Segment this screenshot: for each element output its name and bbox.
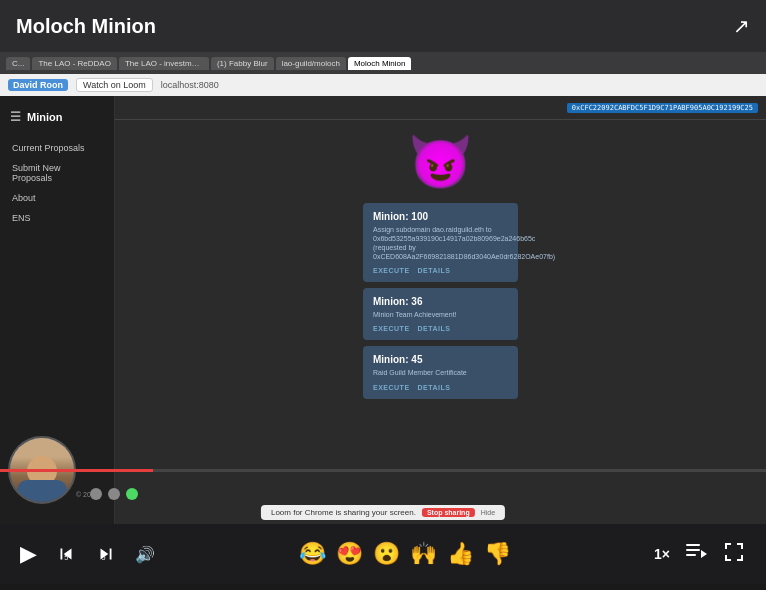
reactions: 😂 😍 😮 🙌 👍 👎 xyxy=(299,541,511,567)
screen-content: ☰ Minion Current Proposals Submit New Pr… xyxy=(0,96,766,524)
wallet-address-badge: 0xCFC22092CABFDC5F1D9C71PABF905A0C192199… xyxy=(567,103,758,113)
sidebar-item-submit-proposals[interactable]: Submit New Proposals xyxy=(0,158,114,188)
proposal-36-desc: Minion Team Achievement! xyxy=(373,310,508,319)
browser-tab-6[interactable]: Moloch Minion xyxy=(348,57,412,70)
volume-button[interactable]: 🔊 xyxy=(135,545,155,564)
app-title: Moloch Minion xyxy=(16,15,156,38)
proposal-card-100: Minion: 100 Assign subdomain dao.raidgui… xyxy=(363,203,518,282)
sidebar-item-about[interactable]: About xyxy=(0,188,114,208)
app-header-bar: 0xCFC22092CABFDC5F1D9C71PABF905A0C192199… xyxy=(115,96,766,120)
share-icon[interactable]: ↗ xyxy=(733,14,750,38)
proposal-45-desc: Raid Guild Member Certificate xyxy=(373,368,508,377)
proposal-36-details-btn[interactable]: DETAILS xyxy=(418,325,451,332)
watch-on-loom-button[interactable]: Watch on Loom xyxy=(76,78,153,92)
sidebar-title: Minion xyxy=(27,111,62,123)
rec-dot-pause[interactable] xyxy=(108,488,120,500)
controls-right: 1× xyxy=(654,540,746,569)
stop-sharing-button[interactable]: Stop sharing xyxy=(422,508,475,517)
proposals-container: Minion: 100 Assign subdomain dao.raidgui… xyxy=(363,203,518,399)
reaction-wow[interactable]: 😮 xyxy=(373,541,400,567)
rec-dot-active[interactable] xyxy=(126,488,138,500)
sidebar-nav: Current Proposals Submit New Proposals A… xyxy=(0,138,114,228)
svg-rect-4 xyxy=(686,554,696,556)
proposal-36-actions: EXECUTE DETAILS xyxy=(373,325,508,332)
reaction-thumbsdown[interactable]: 👎 xyxy=(484,541,511,567)
forward-button[interactable]: 5 xyxy=(95,543,117,565)
loom-controls-bar: ▶ 5 5 🔊 😂 😍 😮 🙌 👍 👎 1× xyxy=(0,524,766,584)
browser-tab-5[interactable]: lao-guild/moloch xyxy=(276,57,346,70)
top-bar-left: Moloch Minion xyxy=(16,15,156,38)
speed-indicator[interactable]: 1× xyxy=(654,546,670,562)
webcam-shirt xyxy=(17,480,67,502)
playlist-button[interactable] xyxy=(684,540,708,569)
proposal-100-title: Minion: 100 xyxy=(373,211,508,222)
sidebar-item-ens[interactable]: ENS xyxy=(0,208,114,228)
browser-bar: C... The LAO - ReDDAO The LAO - investme… xyxy=(0,52,766,74)
proposal-card-36: Minion: 36 Minion Team Achievement! EXEC… xyxy=(363,288,518,340)
screen-share-bar: Loom for Chrome is sharing your screen. … xyxy=(261,505,505,520)
reaction-thumbsup[interactable]: 👍 xyxy=(447,541,474,567)
app-main: 0xCFC22092CABFDC5F1D9C71PABF905A0C192199… xyxy=(115,96,766,524)
reaction-laugh[interactable]: 😂 xyxy=(299,541,326,567)
progress-bar[interactable] xyxy=(0,469,766,472)
sidebar-item-current-proposals[interactable]: Current Proposals xyxy=(0,138,114,158)
fullscreen-button[interactable] xyxy=(722,540,746,569)
proposal-36-title: Minion: 36 xyxy=(373,296,508,307)
play-button[interactable]: ▶ xyxy=(20,541,37,567)
proposal-45-execute-btn[interactable]: EXECUTE xyxy=(373,384,410,391)
browser-tab-4[interactable]: (1) Fabby Blur xyxy=(211,57,274,70)
proposal-36-execute-btn[interactable]: EXECUTE xyxy=(373,325,410,332)
browser-tab-3[interactable]: The LAO - investments xyxy=(119,57,209,70)
menu-icon[interactable]: ☰ xyxy=(10,110,21,124)
svg-text:5: 5 xyxy=(101,553,105,562)
top-bar: Moloch Minion ↗ xyxy=(0,0,766,52)
progress-bar-fill xyxy=(0,469,153,472)
svg-marker-5 xyxy=(701,550,707,558)
proposal-card-45: Minion: 45 Raid Guild Member Certificate… xyxy=(363,346,518,398)
video-area: ☰ Minion Current Proposals Submit New Pr… xyxy=(0,96,766,524)
address-bar-row: David Roon Watch on Loom localhost:8080 xyxy=(0,74,766,96)
david-roon-badge: David Roon xyxy=(8,79,68,91)
proposal-100-details-btn[interactable]: DETAILS xyxy=(418,267,451,274)
browser-tab-1[interactable]: C... xyxy=(6,57,30,70)
hide-button[interactable]: Hide xyxy=(481,509,495,516)
rewind-button[interactable]: 5 xyxy=(55,543,77,565)
browser-tab-2[interactable]: The LAO - ReDDAO xyxy=(32,57,116,70)
svg-rect-2 xyxy=(686,544,700,546)
reaction-love[interactable]: 😍 xyxy=(336,541,363,567)
rec-dot-1 xyxy=(90,488,102,500)
proposal-100-desc: Assign subdomain dao.raidguild.eth to 0x… xyxy=(373,225,508,261)
sidebar-header: ☰ Minion xyxy=(0,104,114,130)
svg-rect-3 xyxy=(686,549,700,551)
reaction-clap[interactable]: 🙌 xyxy=(410,541,437,567)
proposal-45-details-btn[interactable]: DETAILS xyxy=(418,384,451,391)
svg-text:5: 5 xyxy=(64,553,68,562)
proposal-100-execute-btn[interactable]: EXECUTE xyxy=(373,267,410,274)
proposal-45-actions: EXECUTE DETAILS xyxy=(373,384,508,391)
browser-tabs: C... The LAO - ReDDAO The LAO - investme… xyxy=(6,57,760,70)
recording-controls xyxy=(90,488,138,500)
controls-left: ▶ 5 5 🔊 xyxy=(20,541,155,567)
devil-emoji: 😈 xyxy=(408,132,473,193)
proposal-100-actions: EXECUTE DETAILS xyxy=(373,267,508,274)
proposal-45-title: Minion: 45 xyxy=(373,354,508,365)
address-text[interactable]: localhost:8080 xyxy=(161,80,758,90)
screen-share-text: Loom for Chrome is sharing your screen. xyxy=(271,508,416,517)
